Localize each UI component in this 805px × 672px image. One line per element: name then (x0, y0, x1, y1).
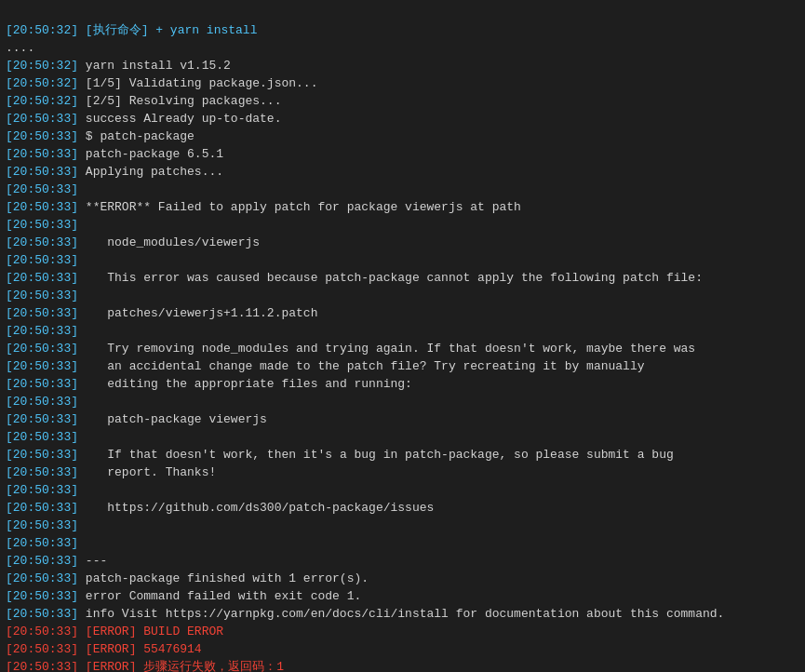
terminal-line: [20:50:33] If that doesn't work, then it… (6, 446, 799, 464)
line-content: report. Thanks! (78, 464, 216, 481)
terminal-line: [20:50:33] patches/viewerjs+1.11.2.patch (6, 304, 799, 322)
terminal-line: [20:50:33] [ERROR] 步骤运行失败，返回码：1 (6, 658, 799, 672)
terminal-line: [20:50:32] [1/5] Validating package.json… (6, 74, 799, 92)
timestamp: [20:50:33] (6, 322, 78, 340)
line-content: **ERROR** Failed to apply patch for pack… (78, 198, 521, 216)
timestamp: [20:50:33] (6, 410, 78, 428)
timestamp: [20:50:33] (6, 658, 78, 672)
line-content: node_modules/viewerjs (78, 234, 260, 251)
terminal-line: [20:50:32] [2/5] Resolving packages... (6, 92, 799, 110)
terminal-line: [20:50:33] info Visit https://yarnpkg.co… (6, 605, 799, 623)
timestamp: [20:50:32] (6, 57, 78, 74)
terminal-line: [20:50:33] (6, 534, 799, 552)
timestamp: [20:50:33] (6, 499, 78, 517)
line-content: This error was caused because patch-pack… (78, 269, 703, 287)
timestamp: [20:50:33] (6, 251, 78, 269)
line-content: [ERROR] BUILD ERROR (78, 623, 223, 640)
terminal-line: [20:50:32] yarn install v1.15.2 (6, 57, 799, 74)
terminal-line: [20:50:33] an accidental change made to … (6, 357, 799, 375)
terminal-line: [20:50:33] patch-package 6.5.1 (6, 145, 799, 163)
timestamp: [20:50:33] (6, 481, 78, 499)
terminal-line: [20:50:32] [执行命令] + yarn install (6, 21, 799, 39)
terminal-line: [20:50:33] (6, 481, 799, 499)
line-content: patch-package finished with 1 error(s). (78, 570, 369, 587)
timestamp: [20:50:33] (6, 640, 78, 658)
timestamp: [20:50:33] (6, 534, 78, 552)
timestamp: [20:50:33] (6, 428, 78, 446)
timestamp: [20:50:33] (6, 163, 78, 181)
line-content: [ERROR] 55476914 (78, 640, 202, 658)
terminal-line: [20:50:33] node_modules/viewerjs (6, 234, 799, 251)
terminal-line: [20:50:33] This error was caused because… (6, 269, 799, 287)
terminal-output: [20:50:32] [执行命令] + yarn install....[20:… (0, 0, 805, 672)
terminal-line: [20:50:33] (6, 181, 799, 198)
terminal-line: [20:50:33] (6, 428, 799, 446)
timestamp: [20:50:33] (6, 357, 78, 375)
line-content: patch-package 6.5.1 (78, 145, 223, 163)
terminal-line: [20:50:33] https://github.com/ds300/patc… (6, 499, 799, 517)
line-content: info Visit https://yarnpkg.com/en/docs/c… (78, 605, 724, 623)
line-content: [1/5] Validating package.json... (78, 74, 317, 92)
terminal-line: [20:50:33] [ERROR] BUILD ERROR (6, 623, 799, 640)
line-content: Try removing node_modules and trying aga… (78, 340, 695, 357)
terminal-line: [20:50:33] (6, 517, 799, 534)
timestamp: [20:50:33] (6, 234, 78, 251)
terminal-line: [20:50:33] Try removing node_modules and… (6, 340, 799, 357)
line-content: [2/5] Resolving packages... (78, 92, 281, 110)
timestamp: [20:50:33] (6, 145, 78, 163)
terminal-line: [20:50:33] Applying patches... (6, 163, 799, 181)
timestamp: [20:50:33] (6, 464, 78, 481)
terminal-line: [20:50:33] editing the appropriate files… (6, 375, 799, 393)
timestamp: [20:50:33] (6, 181, 78, 198)
timestamp: [20:50:33] (6, 128, 78, 145)
terminal-line: [20:50:33] success Already up-to-date. (6, 110, 799, 128)
terminal-line: [20:50:33] (6, 322, 799, 340)
timestamp: [20:50:33] (6, 304, 78, 322)
timestamp: [20:50:33] (6, 587, 78, 605)
line-content: --- (78, 552, 107, 570)
timestamp: [20:50:33] (6, 446, 78, 464)
timestamp: [20:50:33] (6, 517, 78, 534)
line-content: https://github.com/ds300/patch-package/i… (78, 499, 434, 517)
terminal-line: [20:50:33] (6, 393, 799, 410)
timestamp: [20:50:33] (6, 198, 78, 216)
terminal-line: [20:50:33] $ patch-package (6, 128, 799, 145)
line-content: patches/viewerjs+1.11.2.patch (78, 304, 317, 322)
line-content: If that doesn't work, then it's a bug in… (78, 446, 674, 464)
timestamp: [20:50:32] (6, 21, 78, 39)
terminal-line: [20:50:33] **ERROR** Failed to apply pat… (6, 198, 799, 216)
line-content: patch-package viewerjs (78, 410, 267, 428)
terminal-line: [20:50:33] (6, 251, 799, 269)
timestamp: [20:50:33] (6, 552, 78, 570)
timestamp: [20:50:33] (6, 287, 78, 304)
terminal-line: [20:50:33] --- (6, 552, 799, 570)
line-content: [执行命令] + yarn install (78, 21, 257, 39)
line-content: .... (6, 39, 34, 57)
timestamp: [20:50:32] (6, 92, 78, 110)
timestamp: [20:50:33] (6, 269, 78, 287)
line-content: $ patch-package (78, 128, 195, 145)
timestamp: [20:50:33] (6, 110, 78, 128)
terminal-line: [20:50:33] (6, 216, 799, 234)
terminal-line: .... (6, 39, 799, 57)
timestamp: [20:50:33] (6, 570, 78, 587)
line-content: error Command failed with exit code 1. (78, 587, 361, 605)
timestamp: [20:50:33] (6, 375, 78, 393)
terminal-line: [20:50:33] patch-package finished with 1… (6, 570, 799, 587)
terminal-line: [20:50:33] (6, 287, 799, 304)
line-content: success Already up-to-date. (78, 110, 281, 128)
timestamp: [20:50:33] (6, 340, 78, 357)
line-content: yarn install v1.15.2 (78, 57, 231, 74)
line-content: Applying patches... (78, 163, 223, 181)
timestamp: [20:50:33] (6, 605, 78, 623)
terminal-line: [20:50:33] error Command failed with exi… (6, 587, 799, 605)
terminal-line: [20:50:33] patch-package viewerjs (6, 410, 799, 428)
timestamp: [20:50:32] (6, 74, 78, 92)
terminal-line: [20:50:33] report. Thanks! (6, 464, 799, 481)
line-content: an accidental change made to the patch f… (78, 357, 645, 375)
terminal-line: [20:50:33] [ERROR] 55476914 (6, 640, 799, 658)
timestamp: [20:50:33] (6, 393, 78, 410)
line-content: [ERROR] 步骤运行失败，返回码：1 (78, 658, 284, 672)
line-content: editing the appropriate files and runnin… (78, 375, 412, 393)
timestamp: [20:50:33] (6, 216, 78, 234)
